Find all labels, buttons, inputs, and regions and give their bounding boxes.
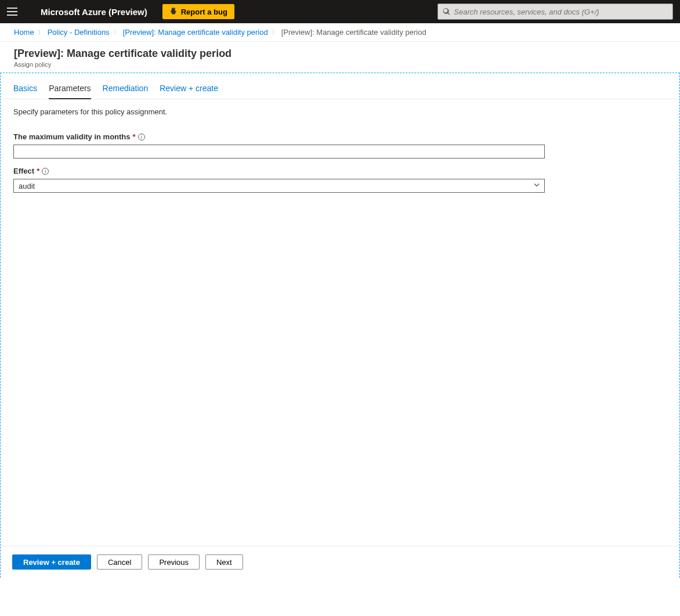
effect-label: Effect: [13, 167, 34, 175]
required-marker: *: [133, 132, 136, 141]
max-validity-label: The maximum validity in months: [13, 132, 131, 141]
hamburger-menu-icon[interactable]: [7, 6, 19, 17]
page-title: [Preview]: Manage certificate validity p…: [14, 48, 666, 60]
chevron-right-icon: 〉: [38, 28, 44, 37]
breadcrumb-preview-policy[interactable]: [Preview]: Manage certificate validity p…: [123, 28, 268, 37]
tab-basics[interactable]: Basics: [13, 84, 37, 99]
review-create-button[interactable]: Review + create: [12, 554, 91, 570]
max-validity-input[interactable]: [13, 145, 545, 158]
effect-select[interactable]: audit: [13, 179, 545, 193]
previous-button[interactable]: Previous: [148, 554, 200, 570]
effect-selected-value: audit: [19, 182, 35, 190]
top-bar: Microsoft Azure (Preview) Report a bug: [0, 0, 680, 23]
tab-remediation[interactable]: Remediation: [103, 84, 149, 99]
bug-icon: [169, 8, 178, 16]
page-header: [Preview]: Manage certificate validity p…: [0, 42, 680, 71]
next-button[interactable]: Next: [205, 554, 243, 570]
footer-bar: Review + create Cancel Previous Next: [1, 546, 679, 578]
breadcrumb-home[interactable]: Home: [14, 28, 34, 37]
brand-label: Microsoft Azure (Preview): [41, 7, 147, 17]
form-area: The maximum validity in months * i Effec…: [1, 118, 558, 199]
chevron-right-icon: 〉: [272, 28, 278, 37]
info-icon[interactable]: i: [42, 168, 49, 175]
search-icon: [443, 8, 450, 16]
report-bug-button[interactable]: Report a bug: [162, 4, 234, 19]
content-panel: Basics Parameters Remediation Review + c…: [0, 73, 680, 578]
info-icon[interactable]: i: [138, 134, 145, 141]
search-input[interactable]: [454, 8, 668, 16]
cancel-button[interactable]: Cancel: [97, 554, 142, 570]
breadcrumb-policy-definitions[interactable]: Policy - Definitions: [48, 28, 110, 37]
chevron-right-icon: 〉: [113, 28, 120, 37]
report-bug-label: Report a bug: [181, 8, 227, 16]
field-effect: Effect * i audit: [13, 167, 545, 193]
tab-parameters[interactable]: Parameters: [49, 84, 91, 99]
required-marker: *: [37, 167, 39, 175]
field-max-validity: The maximum validity in months * i: [13, 132, 545, 158]
breadcrumb: Home 〉 Policy - Definitions 〉 [Preview]:…: [0, 23, 680, 42]
tab-review-create[interactable]: Review + create: [160, 84, 218, 99]
tabs: Basics Parameters Remediation Review + c…: [1, 73, 679, 99]
intro-text: Specify parameters for this policy assig…: [1, 99, 679, 118]
global-search[interactable]: [437, 3, 673, 20]
page-subtitle: Assign policy: [14, 61, 666, 68]
breadcrumb-current: [Preview]: Manage certificate validity p…: [281, 28, 426, 37]
